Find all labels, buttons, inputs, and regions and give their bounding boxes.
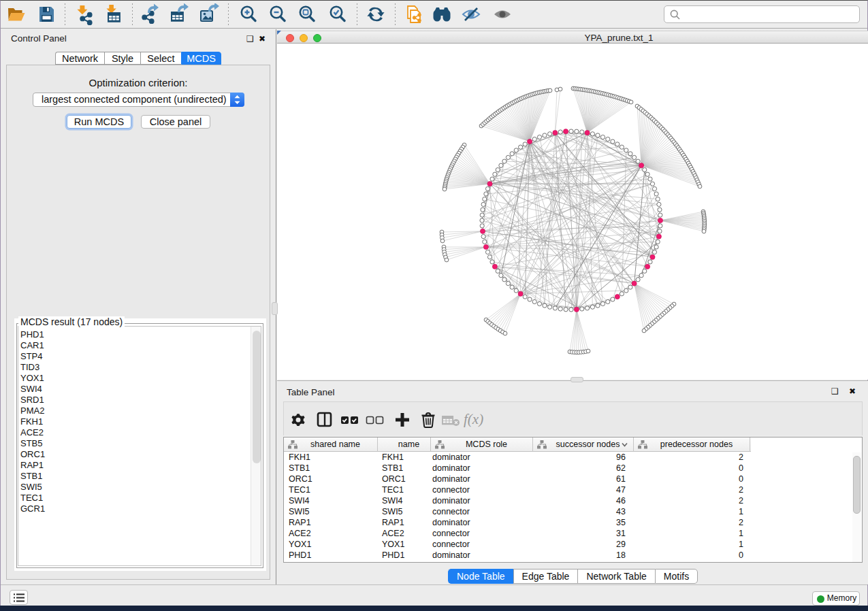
svg-text:f(x): f(x) [464, 411, 483, 427]
